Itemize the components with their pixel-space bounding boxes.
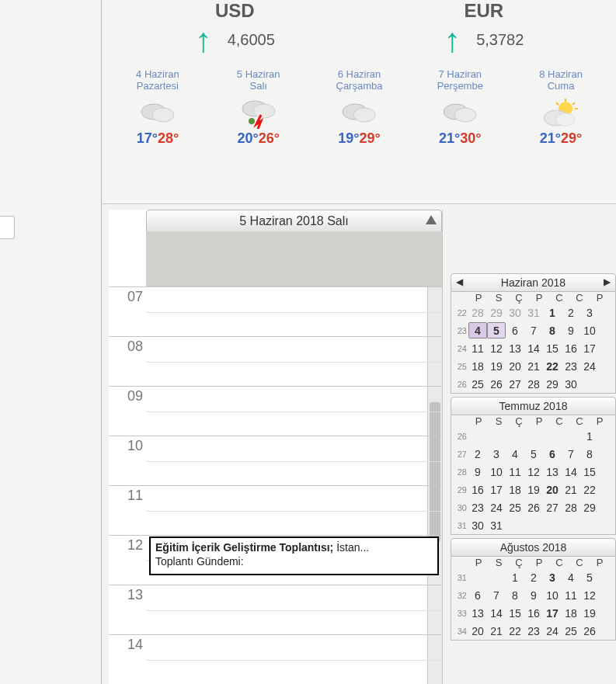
mini-day-cell[interactable]: 19 [580, 605, 599, 621]
mini-day-cell[interactable] [580, 376, 599, 392]
mini-day-cell[interactable]: 17 [487, 481, 506, 498]
mini-day-cell[interactable]: 26 [487, 376, 506, 392]
mini-day-cell[interactable]: 24 [487, 499, 506, 516]
mini-day-cell[interactable]: 12 [580, 587, 599, 603]
mini-day-cell[interactable]: 30 [468, 517, 487, 533]
mini-day-cell[interactable]: 16 [524, 605, 543, 621]
mini-day-cell[interactable]: 16 [468, 481, 487, 498]
mini-day-cell[interactable]: 30 [506, 304, 524, 321]
mini-day-cell[interactable]: 27 [543, 499, 562, 516]
mini-day-cell[interactable] [562, 517, 580, 533]
mini-day-cell[interactable]: 21 [562, 481, 580, 498]
mini-day-cell[interactable]: 8 [543, 322, 562, 339]
mini-day-cell[interactable]: 3 [487, 446, 506, 462]
mini-day-cell[interactable]: 12 [487, 340, 506, 356]
mini-day-cell[interactable]: 7 [524, 322, 543, 339]
mini-day-cell[interactable]: 18 [506, 481, 524, 498]
next-month-icon[interactable]: ▶ [600, 276, 614, 287]
mini-day-cell[interactable]: 23 [468, 499, 487, 516]
mini-day-cell[interactable]: 2 [562, 304, 580, 321]
mini-day-cell[interactable]: 24 [580, 358, 599, 374]
mini-day-cell[interactable]: 25 [506, 499, 524, 516]
mini-day-cell[interactable] [487, 428, 506, 444]
mini-day-cell[interactable]: 20 [506, 358, 524, 374]
mini-day-cell[interactable]: 8 [506, 587, 524, 603]
mini-day-cell[interactable]: 28 [562, 499, 580, 516]
mini-day-cell[interactable]: 26 [524, 499, 543, 516]
mini-day-cell[interactable]: 7 [562, 446, 580, 462]
mini-day-cell[interactable]: 6 [468, 587, 487, 603]
hour-row[interactable]: 11 [109, 485, 442, 536]
mini-day-cell[interactable]: 9 [562, 322, 580, 339]
mini-day-cell[interactable] [543, 428, 562, 444]
mini-day-cell[interactable] [506, 517, 524, 533]
mini-day-cell[interactable]: 29 [487, 304, 506, 321]
mini-day-cell[interactable]: 20 [468, 623, 487, 639]
mini-day-cell[interactable]: 13 [506, 340, 524, 356]
mini-month-header[interactable]: Temmuz 2018 [451, 397, 616, 415]
mini-day-cell[interactable]: 1 [580, 428, 599, 444]
hour-row[interactable]: 07 [109, 286, 442, 337]
mini-day-cell[interactable]: 29 [580, 499, 599, 516]
mini-day-cell[interactable] [543, 517, 562, 533]
mini-day-cell[interactable] [487, 569, 506, 585]
mini-month-header[interactable]: Ağustos 2018 [451, 538, 616, 557]
mini-day-cell[interactable]: 18 [468, 358, 487, 374]
mini-day-cell[interactable]: 10 [487, 464, 506, 480]
mini-day-cell[interactable]: 27 [506, 376, 524, 392]
mini-day-cell[interactable]: 19 [524, 481, 543, 498]
mini-day-cell[interactable]: 31 [487, 517, 506, 533]
hour-row[interactable]: 10 [109, 436, 442, 486]
mini-day-cell[interactable]: 17 [543, 605, 562, 621]
mini-day-cell[interactable]: 20 [543, 481, 562, 498]
mini-day-cell[interactable]: 4 [506, 446, 524, 462]
mini-day-cell[interactable]: 13 [543, 464, 562, 480]
hour-row[interactable]: 08 [109, 336, 442, 387]
mini-day-cell[interactable]: 29 [543, 376, 562, 392]
mini-day-cell[interactable]: 5 [487, 322, 506, 339]
mini-day-cell[interactable]: 9 [468, 464, 487, 480]
mini-day-cell[interactable]: 10 [543, 587, 562, 603]
mini-day-cell[interactable]: 15 [580, 464, 599, 480]
mini-day-cell[interactable]: 9 [524, 587, 543, 603]
panel-stub[interactable] [0, 216, 15, 239]
mini-day-cell[interactable]: 28 [468, 304, 487, 321]
mini-day-cell[interactable]: 24 [543, 623, 562, 639]
mini-day-cell[interactable]: 7 [487, 587, 506, 603]
mini-day-cell[interactable]: 4 [468, 322, 487, 339]
mini-day-cell[interactable] [468, 428, 487, 444]
mini-day-cell[interactable]: 11 [506, 464, 524, 480]
calendar-event[interactable]: Eğitim İçerik Geliştirme Toplantısı; İst… [149, 536, 439, 575]
mini-day-cell[interactable]: 23 [562, 358, 580, 374]
prev-month-icon[interactable]: ◀ [453, 276, 466, 287]
mini-day-cell[interactable]: 18 [562, 605, 580, 621]
collapse-icon[interactable] [426, 215, 437, 224]
mini-day-cell[interactable]: 11 [468, 340, 487, 356]
mini-day-cell[interactable]: 14 [562, 464, 580, 480]
mini-day-cell[interactable]: 23 [524, 623, 543, 639]
mini-day-cell[interactable]: 26 [580, 623, 599, 639]
mini-day-cell[interactable]: 28 [524, 376, 543, 392]
mini-month-header[interactable]: ◀Haziran 2018▶ [451, 273, 616, 292]
mini-day-cell[interactable]: 31 [524, 304, 543, 321]
mini-day-cell[interactable]: 5 [580, 569, 599, 585]
mini-day-cell[interactable]: 2 [524, 569, 543, 585]
mini-day-cell[interactable] [506, 428, 524, 444]
mini-day-cell[interactable]: 6 [543, 446, 562, 462]
mini-day-cell[interactable]: 22 [506, 623, 524, 639]
mini-day-cell[interactable]: 14 [524, 340, 543, 356]
mini-day-cell[interactable]: 15 [506, 605, 524, 621]
hour-row[interactable]: 09 [109, 386, 442, 436]
hour-row[interactable]: 13 [109, 585, 442, 635]
mini-day-cell[interactable]: 2 [468, 446, 487, 462]
mini-day-cell[interactable]: 30 [562, 376, 580, 392]
mini-day-cell[interactable]: 21 [524, 358, 543, 374]
mini-day-cell[interactable]: 17 [580, 340, 599, 356]
mini-day-cell[interactable]: 25 [468, 376, 487, 392]
mini-day-cell[interactable]: 16 [562, 340, 580, 356]
mini-day-cell[interactable]: 8 [580, 446, 599, 462]
mini-day-cell[interactable]: 10 [580, 322, 599, 339]
mini-day-cell[interactable]: 1 [506, 569, 524, 585]
mini-day-cell[interactable] [524, 517, 543, 533]
mini-day-cell[interactable] [468, 569, 487, 585]
